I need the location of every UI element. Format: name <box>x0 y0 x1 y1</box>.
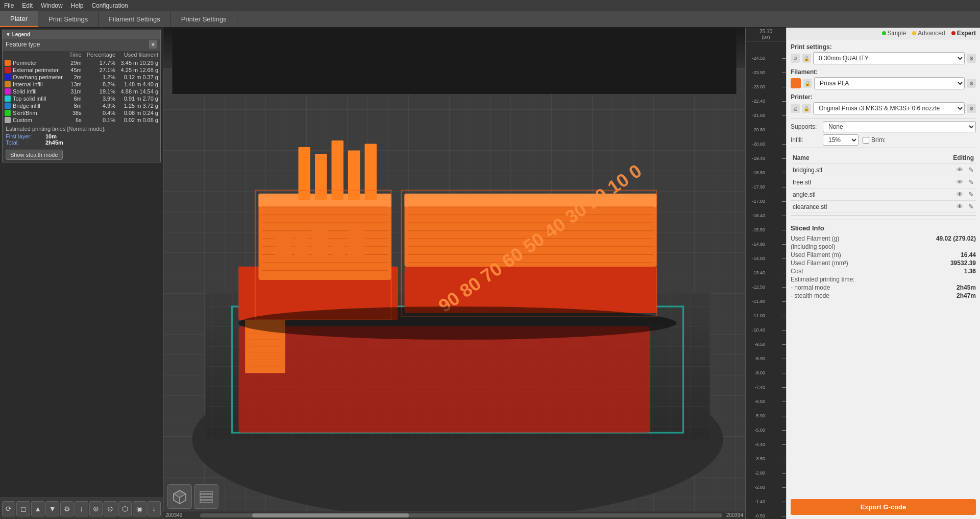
feature-type-dropdown[interactable]: ▼ <box>149 40 157 49</box>
ruler-mark: -3.50 <box>746 456 786 461</box>
col-time: Time <box>67 51 84 59</box>
mode-advanced[interactable]: Advanced <box>912 30 945 37</box>
object-edit-icon[interactable]: ✎ <box>968 191 974 198</box>
tool-view[interactable]: ◉ <box>133 501 146 516</box>
tab-printer-settings[interactable]: Printer Settings <box>171 11 237 27</box>
ruler-mark: -20.00 <box>746 141 786 147</box>
row-filament: 0.12 m 0.37 g <box>117 74 160 81</box>
ruler-mark-line <box>782 144 786 145</box>
tool-3d[interactable]: ⬡ <box>118 501 132 516</box>
tool-object[interactable]: ◻ <box>16 501 30 516</box>
ruler-mark-line <box>782 502 786 502</box>
legend-header: ▼ Legend <box>3 30 160 39</box>
tab-plater[interactable]: Plater <box>0 11 38 27</box>
filament-lock-icon[interactable]: 🔒 <box>803 79 812 88</box>
object-eye-icon[interactable]: 👁 <box>957 203 963 210</box>
row-pct: 8.2% <box>84 81 117 88</box>
printer-select[interactable]: Original Prusa i3 MK3S & MK3S+ 0.6 nozzl… <box>813 102 965 114</box>
row-filament: 0.08 m 0.24 g <box>117 109 160 116</box>
supports-select[interactable]: None <box>823 121 976 132</box>
printer-gear-icon[interactable]: ⚙ <box>967 104 976 113</box>
tool-down[interactable]: ▼ <box>45 501 59 516</box>
row-name: Custom <box>13 117 32 123</box>
ruler-mark-label: -8.00 <box>746 370 766 375</box>
print-settings-lock-icon[interactable]: 🔒 <box>802 54 811 63</box>
tool-export[interactable]: ↓ <box>148 501 161 516</box>
tool-up[interactable]: ▲ <box>31 501 44 516</box>
printer-section: Printer: 🖨 🔒 Original Prusa i3 MK3S & MK… <box>791 93 976 114</box>
ruler-mark: -4.40 <box>746 442 786 447</box>
legend-row-label: External perimeter <box>3 66 67 74</box>
object-edit-icon[interactable]: ✎ <box>968 203 974 210</box>
tool-add[interactable]: ⊕ <box>89 501 103 516</box>
mode-expert-label: Expert <box>957 30 976 37</box>
scrollbar-thumb[interactable] <box>252 513 409 517</box>
brim-checkbox-label: Brim: <box>863 136 886 144</box>
object-eye-icon[interactable]: 👁 <box>957 166 963 174</box>
tool-settings[interactable]: ⚙ <box>60 501 74 516</box>
ruler-mark-label: -9.50 <box>746 342 766 347</box>
ruler-mark-label: -0.50 <box>746 513 766 518</box>
filament-gear-icon[interactable]: ⚙ <box>967 79 976 88</box>
filament-label: Filament: <box>791 68 976 76</box>
filament-color-swatch[interactable] <box>791 78 801 88</box>
tool-home[interactable]: ⟳ <box>2 501 15 516</box>
sliced-key: Estimated printing time: <box>791 276 854 283</box>
tab-print-settings[interactable]: Print Settings <box>38 11 99 27</box>
filament-select[interactable]: Prusa PLA <box>814 77 965 89</box>
legend-row: Perimeter 29m 17.7% 3.45 m 10.29 g <box>3 59 160 67</box>
ruler-mark-line <box>782 158 786 159</box>
legend-row-label: Perimeter <box>3 59 67 67</box>
print-settings-gear-icon[interactable]: ⚙ <box>967 54 976 63</box>
ruler-mark-line <box>782 516 786 516</box>
printer-lock-icon[interactable]: 🔒 <box>802 104 811 113</box>
object-edit-icon[interactable]: ✎ <box>968 166 974 174</box>
tool-remove[interactable]: ⊖ <box>104 501 117 516</box>
color-swatch <box>5 96 11 102</box>
menu-edit[interactable]: Edit <box>22 2 33 9</box>
ruler-mark: -18.50 <box>746 170 786 175</box>
object-eye-icon[interactable]: 👁 <box>957 178 963 186</box>
ruler-mark-line <box>782 444 786 445</box>
scrollbar-track[interactable] <box>200 513 722 517</box>
mode-advanced-label: Advanced <box>918 30 945 37</box>
menu-file[interactable]: File <box>4 2 14 9</box>
object-edit-icon[interactable]: ✎ <box>968 178 974 186</box>
cube-view-button[interactable] <box>167 484 192 509</box>
sliced-row: - normal mode 2h45m <box>791 284 976 291</box>
ruler-mark-label: -1.40 <box>746 499 766 504</box>
ruler-mark: -9.50 <box>746 342 786 347</box>
tab-filament-settings[interactable]: Filament Settings <box>99 11 170 27</box>
menu-window[interactable]: Window <box>41 2 63 9</box>
tool-import[interactable]: ↓ <box>75 501 88 516</box>
object-eye-icon[interactable]: 👁 <box>957 191 963 198</box>
menu-help[interactable]: Help <box>71 2 84 9</box>
ruler-mark: -0.50 <box>746 513 786 518</box>
brim-checkbox[interactable] <box>863 137 869 144</box>
row-name: Overhang perimeter <box>13 74 63 80</box>
ruler-mark-label: -2.90 <box>746 470 766 476</box>
coord-left: 200349 <box>165 512 196 518</box>
color-swatch <box>5 103 11 109</box>
row-pct: 4.9% <box>84 102 117 109</box>
layers-view-button[interactable] <box>194 484 218 509</box>
ruler-mark: -10.40 <box>746 327 786 333</box>
printer-icon[interactable]: 🖨 <box>791 104 800 113</box>
ruler-mark-line <box>782 115 786 116</box>
3d-viewport[interactable]: 90 80 70 60 50 40 30 20 10 0 200349 2003… <box>163 28 745 519</box>
mode-simple[interactable]: Simple <box>882 30 906 37</box>
print-settings-refresh-icon[interactable]: ↺ <box>791 54 800 63</box>
export-gcode-button[interactable]: Export G-code <box>791 499 976 515</box>
row-pct: 1.2% <box>84 74 117 81</box>
horizontal-scrollbar[interactable]: 200349 200394 <box>163 511 745 519</box>
sliced-row: Used Filament (g) 49.02 (279.02) <box>791 235 976 242</box>
menu-configuration[interactable]: Configuration <box>91 2 128 9</box>
mode-expert[interactable]: Expert <box>951 30 976 37</box>
sliced-key: Used Filament (mm³) <box>791 260 848 267</box>
ruler-mark-line <box>782 416 786 416</box>
ruler-mark: -11.00 <box>746 313 786 318</box>
print-profile-select[interactable]: 0.30mm QUALITY <box>813 52 965 64</box>
show-stealth-mode-button[interactable]: Show stealth mode <box>6 150 63 160</box>
infill-select[interactable]: 15% <box>823 134 859 146</box>
sliced-val: 2h47m <box>957 292 976 299</box>
